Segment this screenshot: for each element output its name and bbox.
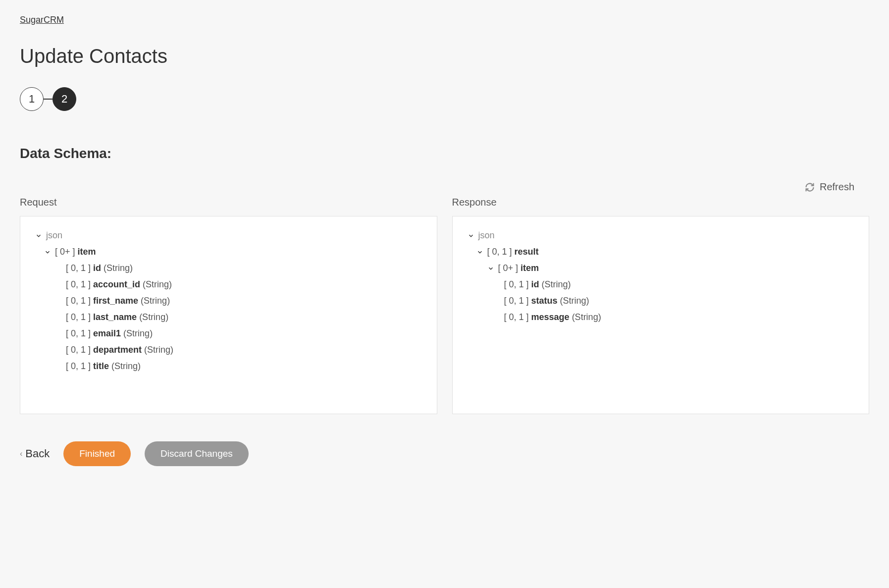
back-button[interactable]: ‹ Back [20, 447, 50, 460]
tree-node-result[interactable]: [ 0, 1 ] result [468, 247, 854, 257]
tree-node-field[interactable]: [ 0, 1 ] email1 (String) [35, 328, 422, 339]
tree-node-field[interactable]: [ 0, 1 ] status (String) [468, 296, 854, 306]
tree-node-json[interactable]: json [468, 230, 854, 241]
chevron-down-icon [476, 249, 483, 256]
tree-node-json[interactable]: json [35, 230, 422, 241]
refresh-icon [805, 182, 815, 192]
step-1[interactable]: 1 [20, 87, 44, 111]
tree-label: [ 0, 1 ] message (String) [504, 312, 601, 322]
chevron-down-icon [468, 232, 474, 239]
section-title: Data Schema: [20, 146, 869, 161]
request-panel: json [ 0+ ] item [ 0, 1 ] id (String)[ 0… [20, 216, 437, 414]
tree-label: [ 0, 1 ] title (String) [66, 361, 141, 372]
tree-label: [ 0, 1 ] account_id (String) [66, 279, 172, 290]
chevron-down-icon [35, 232, 42, 239]
footer: ‹ Back Finished Discard Changes [20, 441, 869, 466]
discard-button[interactable]: Discard Changes [145, 441, 249, 466]
tree-node-item[interactable]: [ 0+ ] item [468, 263, 854, 273]
tree-label: [ 0, 1 ] id (String) [504, 279, 571, 290]
tree-node-field[interactable]: [ 0, 1 ] id (String) [468, 279, 854, 290]
refresh-label: Refresh [820, 181, 854, 193]
response-header: Response [452, 197, 870, 208]
tree-node-field[interactable]: [ 0, 1 ] department (String) [35, 345, 422, 355]
tree-node-field[interactable]: [ 0, 1 ] last_name (String) [35, 312, 422, 322]
chevron-down-icon [44, 249, 51, 256]
tree-label: [ 0, 1 ] id (String) [66, 263, 133, 273]
response-panel: json [ 0, 1 ] result [ 0+ ] item [ 0, 1 … [452, 216, 870, 414]
tree-node-field[interactable]: [ 0, 1 ] first_name (String) [35, 296, 422, 306]
request-column: Request json [ 0+ ] item [ 0, 1 ] id (St… [20, 197, 437, 414]
tree-node-field[interactable]: [ 0, 1 ] title (String) [35, 361, 422, 372]
tree-label: [ 0, 1 ] email1 (String) [66, 328, 153, 339]
breadcrumb-link[interactable]: SugarCRM [20, 15, 64, 25]
finished-button[interactable]: Finished [63, 441, 131, 466]
tree-label: [ 0+ ] item [55, 247, 96, 257]
step-connector [44, 99, 52, 100]
tree-label: [ 0, 1 ] last_name (String) [66, 312, 168, 322]
tree-label: [ 0, 1 ] department (String) [66, 345, 173, 355]
back-label: Back [25, 447, 50, 460]
tree-node-field[interactable]: [ 0, 1 ] id (String) [35, 263, 422, 273]
tree-label: [ 0, 1 ] result [487, 247, 539, 257]
tree-node-item[interactable]: [ 0+ ] item [35, 247, 422, 257]
step-2[interactable]: 2 [52, 87, 76, 111]
page-title: Update Contacts [20, 45, 869, 67]
chevron-down-icon [487, 265, 494, 272]
stepper: 1 2 [20, 87, 869, 111]
tree-label: json [478, 230, 495, 241]
tree-label: json [46, 230, 62, 241]
chevron-left-icon: ‹ [20, 449, 22, 458]
tree-label: [ 0, 1 ] first_name (String) [66, 296, 170, 306]
response-column: Response json [ 0, 1 ] result [ 0+ ] ite… [452, 197, 870, 414]
refresh-button[interactable]: Refresh [20, 181, 869, 193]
request-header: Request [20, 197, 437, 208]
tree-label: [ 0+ ] item [498, 263, 539, 273]
tree-label: [ 0, 1 ] status (String) [504, 296, 589, 306]
tree-node-field[interactable]: [ 0, 1 ] account_id (String) [35, 279, 422, 290]
tree-node-field[interactable]: [ 0, 1 ] message (String) [468, 312, 854, 322]
